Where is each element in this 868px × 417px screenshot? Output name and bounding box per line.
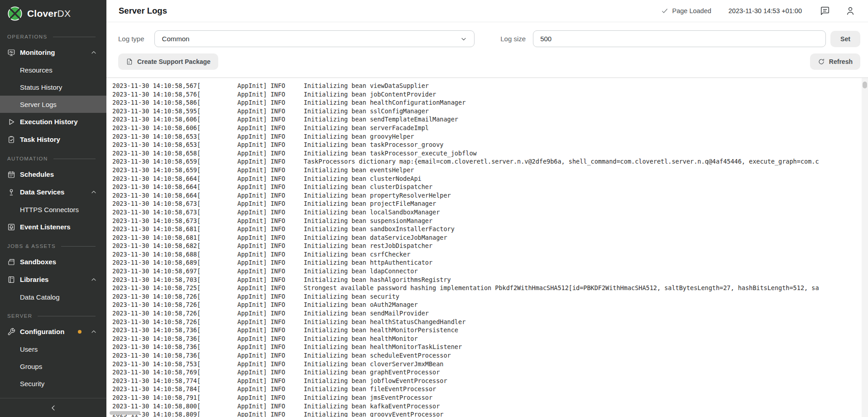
log-line: 2023-11-30 14:10:58,673[ AppInit] INFO I… — [112, 208, 862, 217]
section-label-automation: AUTOMATION — [0, 153, 106, 164]
log-line: 2023-11-30 14:10:58,673[ AppInit] INFO I… — [112, 199, 862, 208]
log-line: 2023-11-30 14:10:58,697[ AppInit] INFO I… — [112, 267, 862, 276]
app: CloverDX OPERATIONSMonitoringResourcesSt… — [0, 0, 868, 417]
log-type-value: Common — [162, 35, 190, 43]
sidebar-collapse-button[interactable] — [0, 398, 106, 417]
cloverdx-logo-icon — [7, 6, 23, 21]
sidebar-item-sandboxes[interactable]: Sandboxes — [0, 253, 106, 271]
sidebar-item-https-connectors[interactable]: HTTPS Connectors — [0, 201, 106, 218]
user-menu-icon[interactable] — [845, 6, 855, 16]
log-line: 2023-11-30 14:10:58,753[ AppInit] INFO I… — [112, 360, 862, 369]
sidebar-item-monitoring[interactable]: Monitoring — [0, 44, 106, 61]
sidebar-item-status-history[interactable]: Status History — [0, 78, 106, 96]
log-line: 2023-11-30 14:10:58,664[ AppInit] INFO I… — [112, 191, 862, 200]
log-line: 2023-11-30 14:10:58,774[ AppInit] INFO I… — [112, 377, 862, 385]
log-line: 2023-11-30 14:10:58,726[ AppInit] INFO I… — [112, 292, 862, 301]
log-line: 2023-11-30 14:10:58,664[ AppInit] INFO I… — [112, 175, 862, 183]
log-line: 2023-11-30 14:10:58,800[ AppInit] INFO I… — [112, 402, 862, 411]
log-line: 2023-11-30 14:10:58,567[ AppInit] INFO I… — [112, 82, 862, 90]
log-line: 2023-11-30 14:10:58,791[ AppInit] INFO I… — [112, 393, 862, 402]
sidebar-item-label: Server Logs — [20, 101, 57, 108]
log-line: 2023-11-30 14:10:58,681[ AppInit] INFO I… — [112, 225, 862, 233]
log-line: 2023-11-30 14:10:58,653[ AppInit] INFO I… — [112, 141, 862, 149]
main-content: Server Logs Page Loaded 2023-11-30 14:53… — [106, 0, 868, 417]
log-line: 2023-11-30 14:10:58,726[ AppInit] INFO I… — [112, 309, 862, 318]
sidebar-item-resources[interactable]: Resources — [0, 61, 106, 78]
sidebar-item-server-logs[interactable]: Server Logs — [0, 96, 106, 113]
log-output: 2023-11-30 14:10:58,567[ AppInit] INFO I… — [106, 78, 862, 417]
section-label-server: SERVER — [0, 310, 106, 321]
sidebar-item-label: Status History — [20, 83, 62, 91]
log-line: 2023-11-30 14:10:58,606[ AppInit] INFO I… — [112, 115, 862, 124]
log-line: 2023-11-30 14:10:58,673[ AppInit] INFO I… — [112, 217, 862, 225]
log-line: 2023-11-30 14:10:58,664[ AppInit] INFO I… — [112, 183, 862, 191]
notification-dot — [78, 330, 82, 334]
create-support-package-label: Create Support Package — [137, 58, 211, 65]
sidebar-item-schedules[interactable]: Schedules — [0, 165, 106, 183]
log-line: 2023-11-30 14:10:58,736[ AppInit] INFO I… — [112, 351, 862, 360]
log-type-label: Log type — [118, 35, 144, 43]
log-line: 2023-11-30 14:10:58,736[ AppInit] INFO I… — [112, 335, 862, 343]
horizontal-scrollbar-thumb[interactable] — [110, 411, 140, 415]
feedback-icon[interactable] — [820, 6, 830, 16]
log-line: 2023-11-30 14:10:58,726[ AppInit] INFO I… — [112, 318, 862, 326]
sidebar-item-label: Security — [20, 380, 44, 388]
log-line: 2023-11-30 14:10:58,736[ AppInit] INFO I… — [112, 326, 862, 335]
toolbar: Log type Common Log size Set Create Supp… — [106, 22, 868, 78]
log-line: 2023-11-30 14:10:58,682[ AppInit] INFO I… — [112, 242, 862, 250]
chevron-up-icon — [90, 276, 97, 283]
sidebar-item-data-catalog[interactable]: Data Catalog — [0, 288, 106, 305]
sidebar-item-users[interactable]: Users — [0, 340, 106, 358]
log-line: 2023-11-30 14:10:58,703[ AppInit] INFO I… — [112, 276, 862, 284]
refresh-label: Refresh — [829, 58, 853, 65]
sidebar-item-label: HTTPS Connectors — [20, 206, 79, 213]
log-line: 2023-11-30 14:10:58,595[ AppInit] INFO I… — [112, 107, 862, 116]
sidebar-item-secret-managers[interactable]: Secret Managers — [0, 392, 106, 398]
section-label-jobs-assets: JOBS & ASSETS — [0, 241, 106, 252]
log-line: 2023-11-30 14:10:58,586[ AppInit] INFO I… — [112, 98, 862, 107]
page-title: Server Logs — [119, 6, 167, 16]
section-label-operations: OPERATIONS — [0, 31, 106, 42]
brand-name: CloverDX — [27, 8, 71, 19]
log-actions-row: Create Support Package Refresh — [106, 47, 868, 78]
play-icon — [7, 118, 15, 126]
log-line: 2023-11-30 14:10:58,736[ AppInit] INFO I… — [112, 343, 862, 351]
vertical-scrollbar-thumb[interactable] — [863, 82, 867, 88]
vertical-scrollbar[interactable] — [862, 78, 868, 417]
page-status-label: Page Loaded — [672, 7, 711, 15]
log-line: 2023-11-30 14:10:58,606[ AppInit] INFO I… — [112, 124, 862, 132]
sidebar-item-label: Groups — [20, 363, 42, 370]
log-size-input[interactable] — [533, 30, 826, 47]
log-line: 2023-11-30 14:10:58,681[ AppInit] INFO I… — [112, 233, 862, 242]
log-line: 2023-11-30 14:10:58,653[ AppInit] INFO I… — [112, 132, 862, 141]
chevron-up-icon — [90, 328, 97, 335]
sidebar-item-configuration[interactable]: Configuration — [0, 323, 106, 340]
brand-logo: CloverDX — [0, 0, 106, 25]
sidebar-item-task-history[interactable]: Task History — [0, 131, 106, 148]
sidebar-item-libraries[interactable]: Libraries — [0, 271, 106, 288]
log-line: 2023-11-30 14:10:58,658[ AppInit] INFO I… — [112, 149, 862, 158]
page-status: Page Loaded — [661, 7, 711, 15]
sidebar-item-data-services[interactable]: Data Services — [0, 183, 106, 201]
wrench-icon — [7, 328, 15, 336]
set-button[interactable]: Set — [830, 31, 860, 47]
log-viewer: 2023-11-30 14:10:58,567[ AppInit] INFO I… — [106, 78, 868, 417]
sidebar-item-event-listeners[interactable]: Event Listeners — [0, 218, 106, 236]
sidebar-item-security[interactable]: Security — [0, 375, 106, 392]
create-support-package-button[interactable]: Create Support Package — [118, 53, 218, 70]
log-line: 2023-11-30 14:10:58,725[ AppInit] INFO S… — [112, 284, 862, 292]
clipboard-icon — [7, 136, 15, 144]
log-line: 2023-11-30 14:10:58,689[ AppInit] INFO I… — [112, 258, 862, 267]
bell-square-icon — [7, 223, 15, 231]
log-controls-row: Log type Common Log size Set — [106, 30, 868, 47]
chevron-up-icon — [90, 189, 97, 196]
chevron-up-icon — [90, 49, 97, 56]
book-icon — [7, 276, 15, 284]
open-box-icon — [7, 258, 15, 266]
sidebar-item-execution-history[interactable]: Execution History — [0, 113, 106, 131]
sidebar-item-groups[interactable]: Groups — [0, 358, 106, 375]
server-time: 2023-11-30 14:53 +01:00 — [729, 7, 802, 15]
log-type-select[interactable]: Common — [154, 30, 475, 47]
log-line: 2023-11-30 14:10:58,688[ AppInit] INFO I… — [112, 250, 862, 259]
refresh-button[interactable]: Refresh — [810, 53, 860, 70]
